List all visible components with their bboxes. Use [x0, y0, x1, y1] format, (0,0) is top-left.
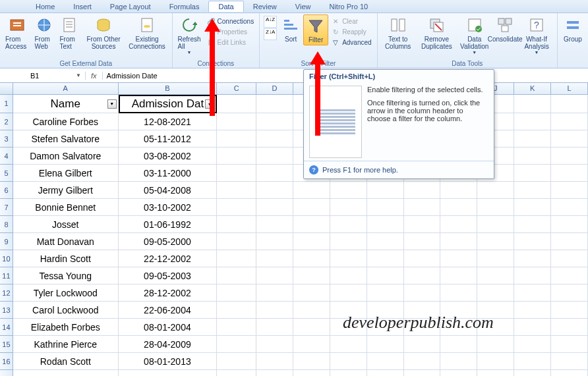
cell-E10[interactable]: [293, 250, 330, 267]
cell-K13[interactable]: [514, 302, 551, 319]
cell-b2[interactable]: 12-08-2021: [119, 113, 218, 130]
cell-K10[interactable]: [514, 250, 551, 267]
cell-J10[interactable]: [477, 250, 514, 267]
cell-F16[interactable]: [330, 353, 367, 370]
cell-b8[interactable]: 01-06-1992: [119, 216, 218, 233]
row-header-5[interactable]: 5: [0, 165, 13, 182]
cell-D3[interactable]: [256, 130, 293, 148]
cell-c13[interactable]: [217, 302, 256, 319]
cell-F6[interactable]: [330, 182, 367, 199]
row-header-6[interactable]: 6: [0, 182, 13, 199]
tab-home[interactable]: Home: [26, 1, 64, 12]
row-header-2[interactable]: 2: [0, 113, 13, 130]
from-access-button[interactable]: From Access: [3, 14, 32, 51]
cell-b5[interactable]: 03-11-2000: [119, 165, 218, 182]
col-header-a[interactable]: A: [13, 83, 119, 95]
connections-button[interactable]: 🔗Connections: [206, 16, 254, 26]
cell-L12[interactable]: [551, 284, 588, 302]
cell-I7[interactable]: [440, 199, 477, 216]
cell-L5[interactable]: [551, 165, 588, 182]
cell-b13[interactable]: 22-06-2004: [119, 302, 218, 319]
text-to-columns-button[interactable]: Text to Columns: [380, 14, 416, 51]
cell-D14[interactable]: [256, 319, 293, 336]
sort-button[interactable]: Sort: [278, 14, 303, 44]
row-header-13[interactable]: 13: [0, 302, 13, 319]
cell-K12[interactable]: [514, 284, 551, 302]
cell-a17[interactable]: [13, 370, 119, 376]
cell-J6[interactable]: [477, 182, 514, 199]
cell-E14[interactable]: [293, 319, 330, 336]
cell-H15[interactable]: [404, 336, 441, 353]
cell-E12[interactable]: [293, 284, 330, 302]
consolidate-button[interactable]: Consolidate: [491, 14, 519, 44]
cell-L9[interactable]: [551, 233, 588, 250]
cell-D12[interactable]: [256, 284, 293, 302]
cell-F10[interactable]: [330, 250, 367, 267]
row-header-14[interactable]: 14: [0, 319, 13, 336]
cell-I17[interactable]: [440, 370, 477, 376]
cell-K7[interactable]: [514, 199, 551, 216]
col-header-b[interactable]: B: [119, 83, 218, 95]
cell-a5[interactable]: Elena Gilbert: [13, 165, 119, 182]
cell-D6[interactable]: [256, 182, 293, 199]
cell-a16[interactable]: Rodan Scott: [13, 353, 119, 370]
cell-b7[interactable]: 03-10-2002: [119, 199, 218, 216]
cell-c15[interactable]: [217, 336, 256, 353]
cell-b9[interactable]: 09-05-2000: [119, 233, 218, 250]
cell-a9[interactable]: Matt Donavan: [13, 233, 119, 250]
cell-J8[interactable]: [477, 216, 514, 233]
cell-G17[interactable]: [367, 370, 404, 376]
cell-K15[interactable]: [514, 336, 551, 353]
cell-E11[interactable]: [293, 267, 330, 284]
cell-D10[interactable]: [256, 250, 293, 267]
tab-view[interactable]: View: [286, 1, 320, 12]
cell-E15[interactable]: [293, 336, 330, 353]
cell-F7[interactable]: [330, 199, 367, 216]
tab-page-layout[interactable]: Page Layout: [101, 1, 160, 12]
row-header-12[interactable]: 12: [0, 284, 13, 302]
select-all-corner[interactable]: [0, 83, 13, 95]
cell-H11[interactable]: [404, 267, 441, 284]
sort-za-button[interactable]: Z↓A: [264, 28, 277, 40]
cell-J9[interactable]: [477, 233, 514, 250]
cell-K6[interactable]: [514, 182, 551, 199]
row-header-7[interactable]: 7: [0, 199, 13, 216]
cell-c6[interactable]: [217, 182, 256, 199]
cell-a13[interactable]: Carol Lockwood: [13, 302, 119, 319]
data-validation-button[interactable]: Data Validation▼: [457, 14, 491, 56]
row-header-4[interactable]: 4: [0, 148, 13, 165]
cell-G7[interactable]: [367, 199, 404, 216]
col-header-l[interactable]: L: [551, 83, 588, 95]
cell-G12[interactable]: [367, 284, 404, 302]
cell-F11[interactable]: [330, 267, 367, 284]
cell-H17[interactable]: [404, 370, 441, 376]
cell-K11[interactable]: [514, 267, 551, 284]
cell-L1[interactable]: [551, 95, 588, 113]
advanced-button[interactable]: ▽Advanced: [331, 37, 371, 47]
cell-E13[interactable]: [293, 302, 330, 319]
cell-L16[interactable]: [551, 353, 588, 370]
cell-a7[interactable]: Bonnie Bennet: [13, 199, 119, 216]
cell-b12[interactable]: 28-12-2002: [119, 284, 218, 302]
cell-c12[interactable]: [217, 284, 256, 302]
cell-c2[interactable]: [217, 113, 256, 130]
row-header-8[interactable]: 8: [0, 216, 13, 233]
cell-K17[interactable]: [514, 370, 551, 376]
cell-D9[interactable]: [256, 233, 293, 250]
cell-L7[interactable]: [551, 199, 588, 216]
cell-K9[interactable]: [514, 233, 551, 250]
cell-J16[interactable]: [477, 353, 514, 370]
cell-H8[interactable]: [404, 216, 441, 233]
cell-I9[interactable]: [440, 233, 477, 250]
filter-dropdown-b1[interactable]: ▼: [205, 99, 214, 109]
tab-insert[interactable]: Insert: [64, 1, 101, 12]
cell-L10[interactable]: [551, 250, 588, 267]
row-header-15[interactable]: 15: [0, 336, 13, 353]
cell-G15[interactable]: [367, 336, 404, 353]
cell-I15[interactable]: [440, 336, 477, 353]
col-header-k[interactable]: K: [514, 83, 551, 95]
cell-E16[interactable]: [293, 353, 330, 370]
reapply-button[interactable]: ↻Reapply: [331, 26, 371, 37]
cell-H6[interactable]: [404, 182, 441, 199]
clear-button[interactable]: ✕Clear: [331, 16, 371, 26]
